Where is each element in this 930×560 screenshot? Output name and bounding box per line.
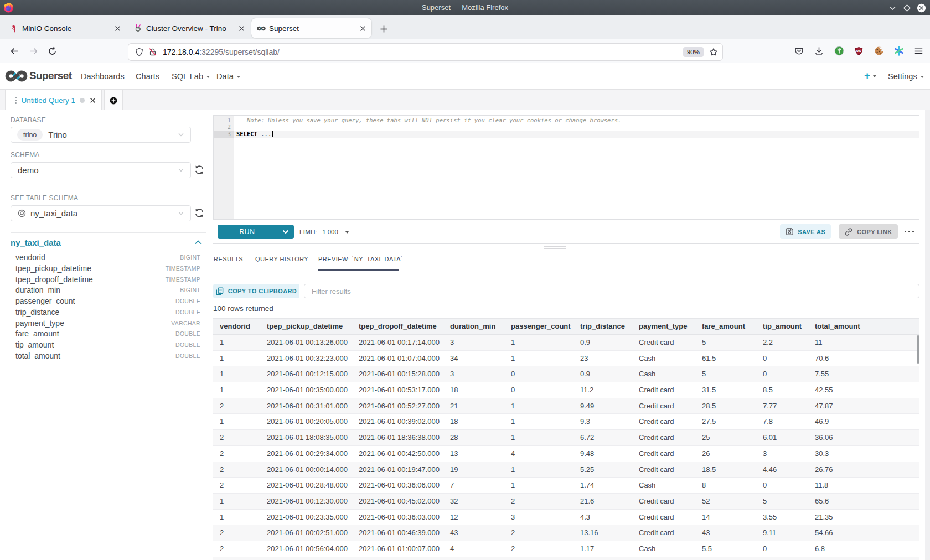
green-extension-icon[interactable]	[834, 46, 844, 56]
more-actions-icon[interactable]	[905, 231, 914, 233]
page-scrollbar-track[interactable]	[925, 110, 930, 560]
results-column-header[interactable]: fare_amount	[695, 319, 756, 334]
results-table-cell: 1.17	[574, 541, 632, 557]
results-table-row[interactable]: 12021-06-01 00:35:00.0002021-06-01 00:53…	[213, 382, 919, 398]
drag-grip-icon[interactable]	[15, 97, 17, 104]
superset-brand[interactable]: Superset	[29, 70, 72, 82]
table-column-row[interactable]: tip_amount DOUBLE	[16, 339, 200, 350]
results-table-row[interactable]: 22021-06-01 00:28:48.0002021-06-01 00:36…	[213, 478, 919, 494]
limit-control[interactable]: LIMIT: 1 000	[299, 225, 349, 239]
table-schema-title[interactable]: ny_taxi_data	[11, 238, 61, 247]
table-column-row[interactable]: passenger_count DOUBLE	[16, 295, 200, 307]
blue-asterisk-extension-icon[interactable]	[893, 46, 904, 56]
results-column-header[interactable]: tip_amount	[756, 319, 808, 334]
results-column-header[interactable]: duration_min	[443, 319, 504, 334]
results-column-header[interactable]: trip_distance	[574, 319, 632, 334]
table-column-row[interactable]: vendorid BIGINT	[16, 252, 200, 263]
tab-close-icon[interactable]	[235, 22, 248, 35]
hamburger-menu-icon[interactable]	[913, 46, 924, 56]
results-table-row[interactable]: 22021-06-01 18:08:35.0002021-06-01 18:36…	[213, 430, 919, 446]
download-icon[interactable]	[814, 46, 824, 56]
nav-charts[interactable]: Charts	[136, 72, 159, 81]
nav-sql-lab[interactable]: SQL Lab	[172, 72, 210, 81]
browser-tab-trino[interactable]: Cluster Overview - Trino	[128, 18, 250, 38]
refresh-tables-icon[interactable]	[194, 208, 204, 218]
reload-button[interactable]	[44, 43, 60, 59]
add-query-tab-button[interactable]	[104, 90, 123, 111]
schema-select[interactable]: demo	[11, 162, 191, 178]
results-column-header[interactable]: tpep_dropoff_datetime	[352, 319, 443, 334]
results-column-header[interactable]: passenger_count	[504, 319, 574, 334]
table-column-row[interactable]: fare_amount DOUBLE	[16, 328, 200, 339]
tab-preview[interactable]: PREVIEW: `NY_TAXI_DATA`	[318, 256, 403, 262]
back-button[interactable]	[7, 43, 22, 59]
forward-button[interactable]	[25, 43, 41, 59]
tab-close-icon[interactable]	[356, 22, 369, 35]
close-icon[interactable]	[917, 3, 926, 13]
superset-logo-icon[interactable]	[5, 70, 28, 82]
results-table-cell: 2021-06-01 00:35:00.000	[260, 382, 352, 398]
filter-results-input[interactable]	[304, 284, 919, 298]
results-table-row[interactable]: 12021-06-01 00:13:26.0002021-06-01 00:17…	[213, 335, 919, 351]
run-label[interactable]: RUN	[218, 225, 277, 239]
cookie-icon[interactable]	[874, 46, 884, 56]
results-table-row[interactable]: 12021-06-01 00:23:35.0002021-06-01 00:36…	[213, 510, 919, 526]
results-table-row[interactable]: 12021-06-01 00:32:23.0002021-06-01 01:07…	[213, 351, 919, 367]
lock-insecure-icon[interactable]	[148, 48, 157, 56]
minimize-icon[interactable]	[888, 3, 897, 13]
results-table-row[interactable]: 22021-06-01 00:02:51.0002021-06-01 00:46…	[213, 525, 919, 541]
table-column-row[interactable]: tpep_pickup_datetime TIMESTAMP	[16, 263, 200, 274]
nav-data[interactable]: Data	[216, 72, 240, 81]
results-table-row[interactable]: 12021-06-01 00:12:30.0002021-06-01 00:45…	[213, 494, 919, 510]
table-column-row[interactable]: total_amount DOUBLE	[16, 350, 200, 361]
query-tab-close-icon[interactable]	[90, 97, 96, 103]
tab-close-icon[interactable]	[111, 22, 124, 35]
query-tab-label[interactable]: Untitled Query 1	[22, 96, 76, 105]
results-table-row[interactable]: 12021-06-01 00:20:05.0002021-06-01 00:39…	[213, 414, 919, 430]
database-select[interactable]: trino Trino	[11, 127, 191, 143]
tab-query-history[interactable]: QUERY HISTORY	[255, 256, 308, 262]
pane-resize-handle[interactable]	[544, 246, 566, 251]
new-tab-button[interactable]	[378, 23, 390, 35]
results-column-header[interactable]: tpep_pickup_datetime	[260, 319, 352, 334]
query-tab[interactable]: Untitled Query 1	[5, 90, 102, 111]
table-column-row[interactable]: duration_min BIGINT	[16, 285, 200, 296]
tab-results[interactable]: RESULTS	[214, 256, 243, 262]
table-scrollbar-thumb[interactable]	[917, 335, 919, 364]
table-column-row[interactable]: payment_type VARCHAR	[16, 318, 200, 329]
table-column-row[interactable]: tpep_dropoff_datetime TIMESTAMP	[16, 274, 200, 285]
results-table-row[interactable]: 22021-06-01 00:00:14.0002021-06-01 00:19…	[213, 462, 919, 478]
results-table-row[interactable]: 22021-06-01 00:29:34.0002021-06-01 00:42…	[213, 446, 919, 462]
table-select[interactable]: ny_taxi_data	[11, 205, 191, 221]
pocket-icon[interactable]	[794, 46, 804, 56]
browser-tab-minio[interactable]: MinIO Console	[4, 18, 126, 38]
column-type: DOUBLE	[175, 298, 200, 304]
copy-to-clipboard-button[interactable]: COPY TO CLIPBOARD	[213, 284, 299, 298]
header-settings-menu[interactable]: Settings	[888, 72, 924, 81]
browser-tab-superset[interactable]: Superset	[251, 18, 371, 38]
results-column-header[interactable]: payment_type	[632, 319, 695, 334]
header-add-button[interactable]: +	[864, 71, 876, 81]
url-bar[interactable]: 172.18.0.4:32295/superset/sqllab/ 90%	[128, 44, 722, 60]
save-as-button[interactable]: SAVE AS	[780, 224, 831, 239]
shield-icon[interactable]	[135, 48, 143, 56]
bookmark-star-icon[interactable]	[709, 48, 718, 56]
column-name: duration_min	[16, 286, 60, 294]
results-table-row[interactable]	[213, 557, 919, 560]
results-table-row[interactable]: 22021-06-01 00:31:01.0002021-06-01 00:52…	[213, 398, 919, 414]
maximize-icon[interactable]	[902, 3, 912, 13]
results-column-header[interactable]: total_amount	[808, 319, 919, 334]
table-column-row[interactable]: trip_distance DOUBLE	[16, 307, 200, 318]
ublock-shield-icon[interactable]: UO	[854, 46, 864, 56]
run-dropdown-chevron-icon[interactable]	[277, 225, 294, 239]
run-button[interactable]: RUN	[218, 225, 294, 239]
collapse-chevron-icon[interactable]	[195, 240, 202, 245]
results-table-row[interactable]: 22021-06-01 00:56:04.0002021-06-01 01:00…	[213, 541, 919, 557]
sql-editor[interactable]: 1 2 3 -- Note: Unless you save your quer…	[213, 115, 919, 220]
results-column-header[interactable]: vendorid	[213, 319, 260, 334]
copy-link-button[interactable]: COPY LINK	[839, 224, 897, 239]
refresh-schemas-icon[interactable]	[194, 165, 204, 175]
nav-dashboards[interactable]: Dashboards	[81, 72, 125, 81]
zoom-level-badge[interactable]: 90%	[683, 47, 704, 57]
results-table-row[interactable]: 12021-06-01 00:12:15.0002021-06-01 00:15…	[213, 366, 919, 382]
